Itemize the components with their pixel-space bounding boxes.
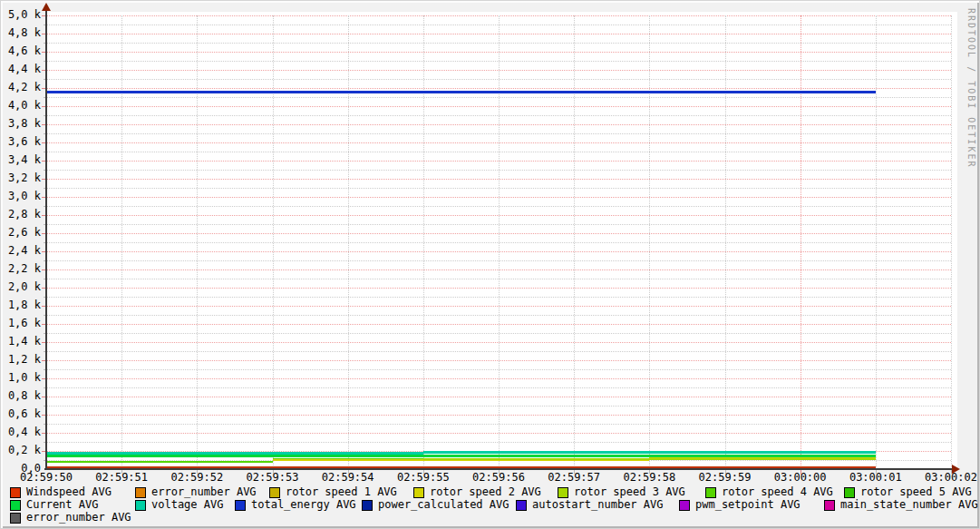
legend-label: voltage AVG (151, 499, 223, 511)
legend-swatch (679, 500, 690, 511)
legend-item: rotor speed 5 AVG (844, 486, 972, 498)
y-tick-label: 1,2 k (1, 354, 41, 366)
legend-label: rotor speed 3 AVG (574, 486, 685, 498)
x-tick-label: 02:59:53 (241, 472, 305, 484)
legend-item: Current AVG (10, 499, 98, 511)
legend-item: pwm_setpoint AVG (679, 499, 800, 511)
y-tick-label: 2,6 k (1, 227, 41, 239)
legend-swatch (10, 513, 21, 524)
x-gridline-minor (197, 15, 198, 469)
x-gridline-minor (273, 15, 274, 469)
x-gridline-minor (121, 15, 122, 469)
y-tick-label: 2,4 k (1, 245, 41, 257)
x-axis-line (44, 468, 953, 470)
legend-swatch (235, 500, 246, 511)
legend-item: power_calculated AVG (362, 499, 509, 511)
legend-item: autostart_number AVG (516, 499, 664, 511)
x-tick-label: 02:59:50 (15, 472, 78, 484)
y-tick-label: 0,2 k (1, 445, 41, 456)
legend-swatch (135, 500, 146, 511)
y-axis-line (45, 8, 47, 470)
series-segment-rotor-speed-3 (423, 458, 876, 460)
legend-label: power_calculated AVG (378, 499, 509, 511)
plot-area (46, 12, 957, 469)
legend-item: voltage AVG (135, 499, 223, 511)
y-tick-label: 3,8 k (1, 118, 41, 130)
y-tick-label: 4,0 k (1, 100, 41, 112)
legend-item: main_state_number AVG (824, 499, 978, 511)
y-tick-label: 4,2 k (1, 82, 41, 93)
legend-swatch (135, 487, 146, 498)
legend-item: error_number AVG (10, 512, 131, 524)
y-tick-label: 1,4 k (1, 336, 41, 348)
legend-label: error_number AVG (26, 512, 131, 524)
y-tick-label: 3,0 k (1, 191, 41, 202)
legend-label: total_energy AVG (251, 499, 356, 511)
y-tick-label: 1,0 k (1, 372, 41, 384)
x-tick-label: 03:00:00 (769, 472, 832, 484)
series-segment-voltage (273, 452, 423, 455)
legend-item: rotor speed 4 AVG (705, 486, 833, 498)
legend-swatch (844, 487, 855, 498)
legend-swatch (558, 487, 568, 498)
x-tick-label: 02:59:56 (467, 472, 530, 484)
x-tick-label: 03:00:02 (919, 472, 980, 484)
legend-swatch (10, 487, 21, 498)
legend-swatch (705, 487, 716, 498)
y-tick-label: 4,8 k (1, 27, 41, 39)
x-tick-label: 02:59:55 (392, 472, 455, 484)
x-gridline-major (800, 15, 801, 469)
y-tick-label: 0,8 k (1, 390, 41, 402)
legend-label: pwm_setpoint AVG (695, 499, 800, 511)
legend-label: error_number AVG (151, 486, 257, 498)
x-tick-label: 02:59:59 (694, 472, 757, 484)
y-tick-label: 2,0 k (1, 281, 41, 293)
legend-item: error_number AVG (135, 486, 257, 498)
y-tick-label: 4,4 k (1, 64, 41, 75)
legend-label: Current AVG (26, 499, 98, 511)
legend-label: main_state_number AVG (840, 499, 978, 511)
y-tick-label: 0,4 k (1, 426, 41, 438)
x-tick-label: 02:59:51 (90, 472, 153, 484)
legend-item: rotor speed 2 AVG (413, 486, 541, 498)
legend-swatch (269, 487, 280, 498)
legend-label: rotor speed 1 AVG (286, 486, 397, 498)
legend-swatch (516, 500, 527, 511)
series-segment-total_energy (46, 91, 876, 93)
x-gridline-minor (725, 15, 726, 469)
x-gridline-minor (649, 15, 650, 469)
x-gridline-minor (574, 15, 575, 469)
x-gridline-minor (499, 15, 500, 469)
x-gridline-minor (876, 15, 877, 469)
legend-item: total_energy AVG (235, 499, 356, 511)
series-segment-voltage (46, 452, 273, 455)
y-tick-label: 2,8 k (1, 209, 41, 220)
x-tick-label: 02:59:54 (316, 472, 380, 484)
legend-item: Windspeed AVG (10, 486, 112, 498)
legend-label: autostart_number AVG (532, 499, 664, 511)
y-axis-arrow-icon (42, 3, 51, 11)
series-segment-voltage (649, 451, 800, 454)
legend-label: rotor speed 4 AVG (722, 486, 833, 498)
x-tick-label: 02:59:57 (542, 472, 606, 484)
watermark: RRDTOOL / TOBI OETIKER (966, 8, 976, 168)
y-tick-label: 3,4 k (1, 154, 41, 166)
y-tick-label: 1,8 k (1, 299, 41, 311)
x-gridline-minor (423, 15, 424, 469)
y-tick-label: 5,0 k (1, 9, 41, 21)
legend-item: rotor speed 1 AVG (269, 486, 397, 498)
series-segment-rotor-speed-4 (46, 461, 273, 463)
x-gridline-minor (951, 15, 952, 469)
legend-label: rotor speed 5 AVG (860, 486, 972, 498)
y-tick-label: 2,2 k (1, 263, 41, 275)
legend-label: rotor speed 2 AVG (430, 486, 541, 498)
legend-swatch (824, 500, 835, 511)
x-gridline-minor (348, 15, 349, 469)
series-segment-voltage (800, 451, 876, 454)
legend-swatch (10, 500, 21, 511)
y-tick-label: 3,2 k (1, 172, 41, 184)
y-tick-label: 4,6 k (1, 45, 41, 57)
legend-swatch (413, 487, 424, 498)
x-tick-label: 03:00:01 (844, 472, 907, 484)
y-tick-label: 0,6 k (1, 408, 41, 420)
